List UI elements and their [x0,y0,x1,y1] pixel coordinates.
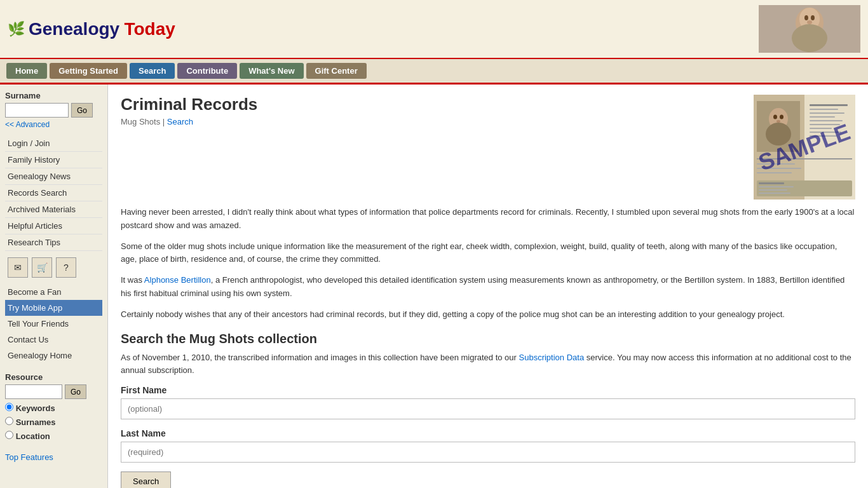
intro-p3-before: It was [121,275,144,285]
sidebar-item-records-search[interactable]: Records Search [5,185,102,201]
nav-gift-center[interactable]: Gift Center [306,63,367,79]
main-content: Criminal Records Mug Shots | Search [108,85,868,488]
email-icon-button[interactable]: ✉ [8,257,28,278]
nav-getting-started[interactable]: Getting Started [50,63,127,79]
radio-surnames-label[interactable]: Surnames [5,417,102,427]
breadcrumb: Mug Shots | Search [121,117,257,126]
intro-paragraph-4: Certainly nobody wishes that any of thei… [121,308,855,322]
radio-location-label[interactable]: Location [5,431,102,441]
first-name-input[interactable] [121,398,855,419]
svg-point-13 [776,120,780,123]
radio-surnames-text: Surnames [16,417,56,427]
content-title-group: Criminal Records Mug Shots | Search [121,95,257,134]
radio-surnames[interactable] [5,417,13,425]
resource-label: Resource [5,372,102,382]
resource-go-button[interactable]: Go [65,384,86,399]
last-name-input[interactable] [121,442,855,463]
last-name-group: Last Name [121,428,855,463]
svg-rect-15 [810,104,848,106]
resource-search-box: Resource Go Keywords Surnames Location [5,372,102,444]
svg-point-4 [811,15,815,20]
sample-image: SAMPLE [754,95,855,200]
logo-icon: 🌿 [8,21,25,37]
svg-rect-17 [810,112,844,114]
last-name-label: Last Name [121,428,855,438]
alphonse-bertillon-link[interactable]: Alphonse Bertillon [144,275,211,285]
header: 🌿 Genealogy Today [0,0,868,59]
sidebar: Surname Go << Advanced Login / Join Fami… [0,85,108,488]
surname-row: Go [5,103,102,118]
header-photo [759,5,860,53]
sidebar-item-family-history[interactable]: Family History [5,152,102,168]
sidebar-item-research-tips[interactable]: Research Tips [5,234,102,251]
svg-rect-30 [759,186,794,187]
first-name-label: First Name [121,385,855,395]
sidebar-item-login[interactable]: Login / Join [5,135,102,152]
resource-row: Go [5,384,102,399]
svg-point-11 [773,115,777,119]
search-button[interactable]: Search [121,471,171,488]
svg-rect-18 [810,116,835,118]
resource-input[interactable] [5,384,62,399]
radio-keywords-label[interactable]: Keywords [5,403,102,413]
breadcrumb-search-link[interactable]: Search [167,117,193,126]
surname-search-box: Surname Go << Advanced [5,91,102,129]
nav-bar: Home Getting Started Search Contribute W… [0,59,868,85]
svg-rect-31 [759,189,787,191]
nav-whats-new[interactable]: What's New [240,63,303,79]
subscription-data-link[interactable]: Subscription Data [519,353,585,362]
radio-keywords[interactable] [5,403,13,411]
radio-location-text: Location [16,431,50,441]
nav-home[interactable]: Home [6,63,47,79]
search-desc-before: As of November 1, 2010, the transcribed … [121,353,519,362]
svg-point-12 [780,115,783,119]
sidebar-item-genealogy-news[interactable]: Genealogy News [5,168,102,185]
nav-contribute[interactable]: Contribute [177,63,237,79]
logo-genealogy: Genealogy [29,19,119,39]
svg-point-3 [804,15,808,20]
cart-icon-button[interactable]: 🛒 [32,257,52,278]
sidebar-try-mobile-app[interactable]: Try Mobile App [5,300,102,316]
sidebar-contact-us[interactable]: Contact Us [5,332,102,348]
page-title: Criminal Records [121,95,257,114]
advanced-search-link[interactable]: << Advanced [5,120,102,129]
intro-paragraph-1: Having never been arrested, I didn't rea… [121,206,855,233]
resource-radio-group: Keywords Surnames Location [5,403,102,444]
sample-image-container: SAMPLE [754,95,855,200]
svg-point-5 [807,20,812,24]
sidebar-become-fan[interactable]: Become a Fan [5,284,102,300]
content-header: Criminal Records Mug Shots | Search [121,95,855,200]
surname-input[interactable] [5,103,69,118]
sidebar-tell-friends[interactable]: Tell Your Friends [5,316,102,332]
surname-go-button[interactable]: Go [71,103,93,118]
radio-keywords-text: Keywords [16,403,55,413]
nav-search[interactable]: Search [130,63,175,79]
sidebar-item-helpful-articles[interactable]: Helpful Articles [5,218,102,234]
logo: 🌿 Genealogy Today [8,19,759,39]
intro-paragraph-3: It was Alphonse Bertillon, a French anth… [121,274,855,301]
surname-label: Surname [5,91,102,100]
search-section-title: Search the Mug Shots collection [121,332,855,346]
top-features-link[interactable]: Top Features [5,452,102,462]
main-layout: Surname Go << Advanced Login / Join Fami… [0,85,868,488]
sidebar-item-archived-materials[interactable]: Archived Materials [5,201,102,218]
first-name-group: First Name [121,385,855,419]
logo-today: Today [124,19,175,39]
logo-text: Genealogy Today [29,19,175,39]
radio-location[interactable] [5,431,13,439]
svg-rect-16 [810,109,838,110]
help-icon-button[interactable]: ? [56,257,76,278]
intro-p3-after: , a French anthropologist, who developed… [121,275,844,298]
sidebar-icon-bar: ✉ 🛒 ? [8,257,100,278]
sidebar-genealogy-home[interactable]: Genealogy Home [5,348,102,363]
svg-rect-29 [759,182,784,184]
header-image [759,5,860,53]
svg-rect-32 [759,193,790,194]
breadcrumb-text: Mug Shots | [121,117,165,126]
search-description: As of November 1, 2010, the transcribed … [121,351,855,378]
svg-point-6 [792,24,827,52]
intro-paragraph-2: Some of the older mug shots include uniq… [121,240,855,267]
